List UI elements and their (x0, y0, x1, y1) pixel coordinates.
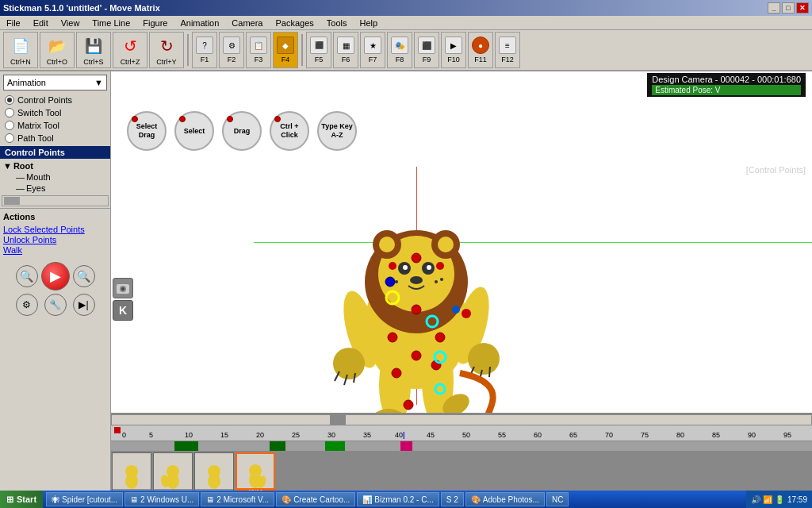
walk-link[interactable]: Walk (3, 245, 107, 255)
menu-camera[interactable]: Camera (228, 18, 266, 28)
f5-button[interactable]: ⬛ F5 (306, 32, 331, 68)
zoom-out-icon: 🔍 (77, 270, 90, 283)
taskbar-bizman[interactable]: 📊 Bizman 0.2 - C... (357, 492, 439, 506)
canvas-area: SelectDrag Select Drag Ctrl +Click Type … (111, 71, 812, 491)
f2-icon: ⚙ (223, 37, 240, 54)
camera-info: Design Camera - 000042 - 000:01:680 (652, 75, 801, 84)
zoom-out-button[interactable]: 🔍 (73, 265, 95, 287)
radio-switch-tool-label: Switch Tool (17, 108, 61, 117)
select-tool[interactable]: Select (174, 111, 214, 151)
taskbar-windows-u[interactable]: 🖥 2 Windows U... (124, 492, 199, 506)
tree-root[interactable]: ▼ Root (0, 160, 110, 171)
forward-icon: ▶| (79, 299, 88, 310)
radio-switch-tool[interactable]: Switch Tool (0, 106, 110, 119)
tree-item-mouth[interactable]: — Mouth (0, 171, 110, 183)
zoom-in-button[interactable]: 🔍 (16, 265, 38, 287)
menu-packages[interactable]: Packages (272, 18, 316, 28)
ruler-75: 75 (641, 431, 649, 439)
track-mark-1 (174, 441, 198, 451)
taskbar-spider-label: Spider [cutout... (62, 495, 117, 504)
ruler-5: 5 (149, 431, 153, 439)
radio-path-tool[interactable]: Path Tool (0, 132, 110, 144)
scrollbar-thumb[interactable] (4, 197, 20, 205)
animation-dropdown[interactable]: Animation ▼ (3, 75, 107, 90)
ruler-55: 55 (498, 431, 506, 439)
select-drag-tool[interactable]: SelectDrag (127, 111, 167, 151)
play-button[interactable]: ▶ (41, 262, 70, 291)
ruler-60: 60 (534, 431, 542, 439)
pose-label: Estimated Pose: V (652, 85, 801, 95)
svg-point-33 (412, 351, 421, 360)
taskbar-create-cartoon[interactable]: 🎨 Create Cartoo... (276, 492, 355, 506)
unlock-points-link[interactable]: Unlock Points (3, 235, 107, 244)
k-icon[interactable]: K (113, 300, 133, 321)
f3-button[interactable]: 📋 F3 (246, 32, 271, 68)
f11-button[interactable]: ● F11 (468, 32, 493, 68)
canvas-main[interactable]: SelectDrag Select Drag Ctrl +Click Type … (111, 71, 812, 413)
undo-icon: ↺ (119, 35, 141, 57)
drag-tool[interactable]: Drag (222, 111, 262, 151)
camera-overlay: Design Camera - 000042 - 000:01:680 Esti… (647, 73, 806, 97)
ruler-10: 10 (185, 431, 193, 439)
svg-point-45 (121, 287, 124, 291)
tree-dash: — (16, 172, 25, 182)
forward-button[interactable]: ▶| (73, 294, 95, 316)
f7-button[interactable]: ★ F7 (360, 32, 385, 68)
taskbar-create-label: Create Cartoo... (293, 495, 350, 504)
menu-tools[interactable]: Tools (324, 18, 350, 28)
menu-timeline[interactable]: Time Line (89, 18, 133, 28)
f12-button[interactable]: ≡ F12 (495, 32, 520, 68)
radio-matrix-tool[interactable]: Matrix Tool (0, 119, 110, 132)
type-key-tool[interactable]: Type KeyA-Z (317, 111, 357, 151)
undo-button[interactable]: ↺ Ctrl+Z (113, 32, 147, 68)
menu-view[interactable]: View (58, 18, 83, 28)
f6-button[interactable]: ▦ F6 (333, 32, 358, 68)
start-button[interactable]: ⊞ Start (0, 491, 43, 508)
timeline-tracks[interactable] (111, 441, 812, 451)
window-controls[interactable]: _ □ ✕ (768, 2, 809, 13)
left-scrollbar[interactable] (2, 195, 109, 206)
f9-button[interactable]: ⬛ F9 (414, 32, 439, 68)
taskbar-photoshop[interactable]: 🎨 Adobe Photos... (465, 492, 545, 506)
f7-icon: ★ (364, 37, 381, 54)
svg-point-36 (435, 352, 446, 363)
menu-figure[interactable]: Figure (140, 18, 170, 28)
timeline-area: 0 5 10 15 20 25 30 35 40 | 45 50 55 60 6… (111, 413, 812, 491)
f4-button[interactable]: ◆ F4 (273, 32, 298, 68)
open-button[interactable]: 📂 Ctrl+O (40, 32, 75, 68)
menu-animation[interactable]: Animation (177, 18, 222, 28)
redo-button[interactable]: ↻ Ctrl+Y (149, 32, 184, 68)
camera-mini-icon[interactable] (113, 278, 133, 298)
f1-button[interactable]: ? F1 (192, 32, 217, 68)
taskbar-microsoft-v[interactable]: 🖥 2 Microsoft V... (201, 492, 274, 506)
svg-point-5 (379, 237, 395, 252)
radio-control-points[interactable]: Control Points (0, 94, 110, 106)
ruler-65: 65 (569, 431, 577, 439)
menu-edit[interactable]: Edit (30, 18, 52, 28)
redo-icon: ↻ (155, 35, 178, 57)
ruler-90: 90 (748, 431, 756, 439)
minimize-button[interactable]: _ (768, 2, 780, 13)
ctrl-click-tool[interactable]: Ctrl +Click (270, 111, 309, 151)
timeline-scrollbar[interactable] (111, 414, 812, 425)
taskbar-spider[interactable]: 🕷 Spider [cutout... (46, 492, 123, 506)
f2-button[interactable]: ⚙ F2 (219, 32, 244, 68)
taskbar-s2[interactable]: S 2 (441, 492, 464, 506)
radio-switch-tool-indicator (5, 108, 14, 117)
tree-item-eyes[interactable]: — Eyes (0, 183, 110, 194)
save-button[interactable]: 💾 Ctrl+S (76, 32, 111, 68)
ruler-35: 35 (363, 431, 371, 439)
menu-file[interactable]: File (3, 18, 24, 28)
timeline-thumb[interactable] (330, 415, 346, 425)
f8-button[interactable]: 🎭 F8 (387, 32, 412, 68)
settings-button[interactable]: ⚙ (16, 294, 38, 316)
f10-button[interactable]: ▶ F10 (441, 32, 466, 68)
control-points-header: Control Points (0, 146, 110, 159)
lock-selected-points-link[interactable]: Lock Selected Points (3, 225, 107, 234)
close-button[interactable]: ✕ (796, 2, 809, 13)
new-button[interactable]: 📄 Ctrl+N (3, 32, 38, 68)
wrench-button[interactable]: 🔧 (44, 294, 67, 316)
menu-help[interactable]: Help (356, 18, 381, 28)
maximize-button[interactable]: □ (782, 2, 795, 13)
taskbar-nc[interactable]: NC (546, 492, 569, 506)
